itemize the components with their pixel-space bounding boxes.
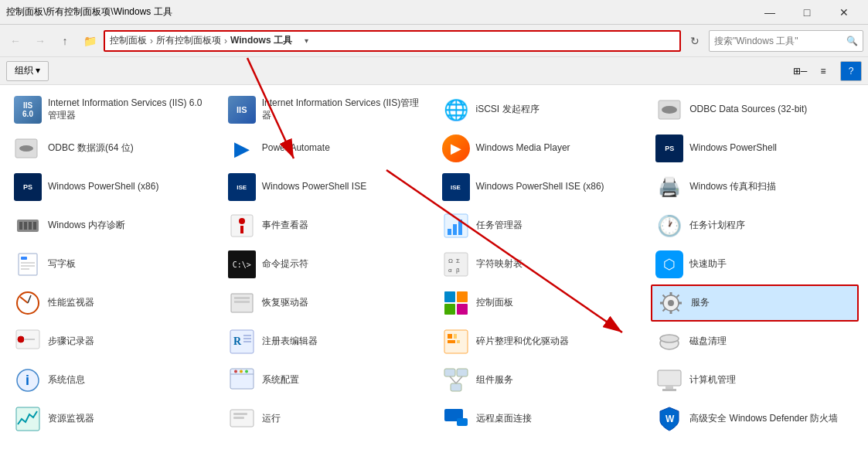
svg-point-55 <box>234 370 237 373</box>
search-icon: 🔍 <box>846 36 858 46</box>
back-button[interactable]: ← <box>5 30 26 52</box>
file-item-16[interactable]: 🕐任务计划程序 <box>651 207 859 244</box>
file-item-4[interactable]: ODBC Data Sources (32-bit) <box>651 91 859 128</box>
file-item-22[interactable]: 恢复驱动器 <box>223 284 431 322</box>
file-item-18[interactable]: C:\>命令提示符 <box>223 246 431 283</box>
svg-rect-65 <box>662 389 676 391</box>
file-item-21[interactable]: 性能监视器 <box>9 284 217 322</box>
file-item-3[interactable]: 🌐iSCSI 发起程序 <box>437 91 645 128</box>
svg-text:α: α <box>448 267 452 274</box>
file-item-2[interactable]: IISInternet Information Services (IIS)管理… <box>223 91 431 128</box>
file-item-13[interactable]: Windows 内存诊断 <box>9 207 217 244</box>
file-item-33[interactable]: 资源监视器 <box>9 400 217 438</box>
item-label-4: ODBC Data Sources (32-bit) <box>689 104 807 116</box>
item-icon-control-panel <box>442 289 470 317</box>
svg-rect-69 <box>233 417 244 419</box>
item-label-3: iSCSI 发起程序 <box>476 104 540 116</box>
help-button[interactable]: ? <box>840 61 862 81</box>
item-icon-mem-diag <box>14 212 42 240</box>
svg-text:i: i <box>26 373 29 388</box>
svg-point-56 <box>240 370 243 373</box>
file-item-30[interactable]: 系统配置 <box>223 362 431 399</box>
item-icon-perf-mon <box>14 289 42 317</box>
file-item-35[interactable]: 远程桌面连接 <box>437 400 645 438</box>
file-item-20[interactable]: ⬡快速助手 <box>651 246 859 283</box>
file-item-27[interactable]: 碎片整理和优化驱动器 <box>437 323 645 360</box>
item-icon-ps-ise: ISE <box>228 173 256 201</box>
organize-label: 组织 ▾ <box>15 64 40 77</box>
item-icon-ps-x86: PS <box>14 173 42 201</box>
file-item-23[interactable]: 控制面板 <box>437 284 645 322</box>
file-item-24[interactable]: 服务 <box>651 284 859 322</box>
file-item-6[interactable]: ▶Power Automate <box>223 130 431 167</box>
view-list-button[interactable]: ≡ <box>812 61 834 81</box>
file-item-28[interactable]: 磁盘清理 <box>651 323 859 360</box>
refresh-button[interactable]: ↻ <box>684 30 706 52</box>
file-item-17[interactable]: 写字板 <box>9 246 217 283</box>
item-icon-task-mgr <box>442 212 470 240</box>
file-item-8[interactable]: PSWindows PowerShell <box>651 130 859 167</box>
svg-rect-47 <box>448 340 455 343</box>
folder-icon-button[interactable]: 📁 <box>79 30 100 52</box>
file-item-7[interactable]: ▶Windows Media Player <box>437 130 645 167</box>
file-item-14[interactable]: 事件查看器 <box>223 207 431 244</box>
item-icon-iis: IIS <box>228 96 256 124</box>
item-icon-defrag <box>442 328 470 356</box>
file-item-12[interactable]: 🖨️Windows 传真和扫描 <box>651 169 859 206</box>
file-item-9[interactable]: PSWindows PowerShell (x86) <box>9 169 217 206</box>
organize-button[interactable]: 组织 ▾ <box>6 61 49 81</box>
file-item-1[interactable]: IIS6.0Internet Information Services (IIS… <box>9 91 217 128</box>
minimize-button[interactable]: — <box>752 2 788 23</box>
breadcrumb-part-2[interactable]: 所有控制面板项 <box>156 34 221 47</box>
maximize-button[interactable]: □ <box>789 2 825 23</box>
address-dropdown-button[interactable]: ▾ <box>300 31 314 51</box>
file-item-36[interactable]: W高级安全 Windows Defender 防火墙 <box>651 400 859 438</box>
item-label-28: 磁盘清理 <box>689 335 727 348</box>
file-item-34[interactable]: 运行 <box>223 400 431 438</box>
title-bar: 控制面板\所有控制面板项\Windows 工具 — □ ✕ <box>0 0 868 25</box>
svg-point-35 <box>668 300 674 306</box>
svg-point-50 <box>660 335 679 342</box>
item-label-15: 任务管理器 <box>476 220 523 232</box>
svg-rect-63 <box>658 370 681 386</box>
view-grid-button[interactable]: ⊞─ <box>789 61 811 81</box>
search-input[interactable] <box>714 36 843 46</box>
file-item-10[interactable]: ISEWindows PowerShell ISE <box>223 169 431 206</box>
item-label-33: 资源监视器 <box>48 413 94 425</box>
breadcrumb-part-3[interactable]: Windows 工具 <box>230 34 292 47</box>
item-icon-charmap: ΩΣαβ <box>442 250 470 278</box>
item-label-10: Windows PowerShell ISE <box>262 181 366 193</box>
item-icon-steps <box>14 328 42 356</box>
close-button[interactable]: ✕ <box>826 2 862 23</box>
item-label-30: 系统配置 <box>262 374 299 387</box>
item-icon-regedit: R <box>228 328 256 356</box>
item-label-31: 组件服务 <box>476 374 513 387</box>
item-label-13: Windows 内存诊断 <box>48 220 125 232</box>
svg-rect-8 <box>33 222 36 230</box>
up-button[interactable]: ↑ <box>54 30 76 52</box>
item-label-8: Windows PowerShell <box>689 142 777 155</box>
file-item-29[interactable]: i系统信息 <box>9 362 217 399</box>
item-icon-task-sched: 🕐 <box>655 212 683 240</box>
file-item-5[interactable]: ODBC 数据源(64 位) <box>9 130 217 167</box>
svg-rect-48 <box>457 340 460 343</box>
file-item-31[interactable]: 组件服务 <box>437 362 645 399</box>
file-item-11[interactable]: ISEWindows PowerShell ISE (x86) <box>437 169 645 206</box>
file-item-26[interactable]: R注册表编辑器 <box>223 323 431 360</box>
svg-rect-46 <box>454 334 457 339</box>
item-label-24: 服务 <box>691 297 710 309</box>
forward-button[interactable]: → <box>29 30 51 52</box>
item-label-32: 计算机管理 <box>689 374 736 387</box>
address-box[interactable]: 控制面板 › 所有控制面板项 › Windows 工具 ▾ <box>104 30 681 52</box>
breadcrumb-part-1[interactable]: 控制面板 <box>110 34 147 47</box>
file-item-15[interactable]: 任务管理器 <box>437 207 645 244</box>
file-item-32[interactable]: 计算机管理 <box>651 362 859 399</box>
svg-rect-11 <box>240 226 243 233</box>
breadcrumb-sep-1: › <box>150 36 153 46</box>
svg-rect-14 <box>453 224 457 235</box>
search-box[interactable]: 🔍 <box>709 30 863 52</box>
file-item-19[interactable]: ΩΣαβ字符映射表 <box>437 246 645 283</box>
items-grid: IIS6.0Internet Information Services (IIS… <box>9 91 859 438</box>
svg-rect-45 <box>448 334 452 339</box>
file-item-25[interactable]: 步骤记录器 <box>9 323 217 360</box>
